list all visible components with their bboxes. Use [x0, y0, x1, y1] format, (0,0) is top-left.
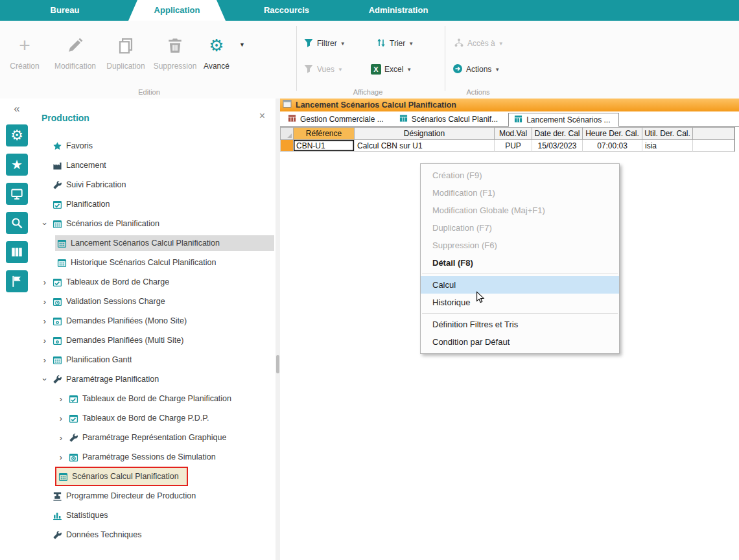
sidebar-item-tableaux-de-bord-de-charge-planification[interactable]: ›Tableaux de Bord de Charge Planificatio…: [34, 389, 274, 408]
column-header-mod-val[interactable]: Mod.Val: [494, 127, 532, 140]
menu-tab-bureau[interactable]: Bureau: [25, 0, 105, 21]
menu-tab-raccourcis[interactable]: Raccourcis: [239, 0, 334, 21]
sidebar-item-demandes-planifiees-mono-site[interactable]: ›Demandes Planifiées (Mono Site): [34, 311, 274, 331]
sidebar-item-planification-gantt[interactable]: ›Planification Gantt: [34, 350, 274, 369]
pencil-icon: [48, 31, 102, 60]
menu-item-modification-f1[interactable]: Modification (F1): [421, 184, 619, 202]
close-icon[interactable]: ×: [259, 110, 265, 122]
suppression-button[interactable]: Suppression: [152, 31, 198, 82]
sidebar-item-label: Statistiques: [66, 511, 108, 520]
menu-item-creation-f9[interactable]: Création (F9): [421, 167, 619, 184]
sidebar-item-validation-sessions-charge[interactable]: ›Validation Sessions Charge: [34, 292, 274, 311]
sidebar-item-donnees-techniques[interactable]: Données Techniques: [34, 525, 274, 544]
chevron-right-icon[interactable]: ›: [39, 336, 51, 345]
menu-tab-application[interactable]: Application: [128, 0, 226, 21]
ribbon-toolbar: + Création Modification Duplication Supp…: [0, 21, 739, 99]
cell-util-der-cal[interactable]: isia: [642, 140, 692, 152]
vues-button[interactable]: Vues ▼: [303, 62, 343, 76]
sidebar-item-programme-directeur-de-production[interactable]: Programme Directeur de Production: [34, 486, 274, 506]
sidebar-item-scenarios-calcul-planification[interactable]: Scénarios Calcul Planification: [34, 467, 274, 486]
menu-item-modification-globale-maj-f1[interactable]: Modification Globale (Maj+F1): [421, 202, 619, 219]
chevron-right-icon[interactable]: ›: [55, 433, 67, 443]
avance-button[interactable]: ⚙ Avancé ▼: [197, 31, 236, 82]
columns-icon[interactable]: [6, 241, 28, 263]
sidebar-item-scenarios-de-planification[interactable]: ›Scénarios de Planification: [34, 214, 274, 233]
menu-item-condition-par-defaut[interactable]: Condition par Défaut: [421, 333, 619, 351]
column-header-heure-der-cal[interactable]: Heure Der. Cal.: [582, 127, 642, 140]
scrollbar-thumb[interactable]: [276, 355, 279, 373]
acces-a-button[interactable]: Accès à ▼: [454, 36, 504, 51]
document-tab-lancement-scenarios[interactable]: Lancement Scénarios ...: [508, 113, 618, 127]
column-header-date-der-cal[interactable]: Date der. Cal: [532, 127, 582, 140]
monitor-icon[interactable]: [6, 183, 28, 205]
chevron-right-icon[interactable]: ›: [55, 452, 67, 462]
chevron-right-icon[interactable]: ›: [39, 277, 51, 287]
chevron-down-icon[interactable]: ›: [40, 373, 50, 385]
chevron-right-icon[interactable]: ›: [55, 394, 67, 404]
menu-item-calcul[interactable]: Calcul: [421, 276, 619, 294]
duplication-button[interactable]: Duplication: [102, 31, 149, 82]
grid-header-row: RéférenceDésignationMod.ValDate der. Cal…: [280, 127, 735, 140]
chevron-down-icon[interactable]: ▼: [239, 41, 245, 48]
creation-label: Création: [4, 62, 45, 71]
menu-item-suppression-f6[interactable]: Suppression (F6): [421, 237, 619, 254]
cell-date-der-cal[interactable]: 15/03/2023: [532, 140, 582, 152]
flag-icon[interactable]: [6, 270, 28, 292]
menu-item-detail-f8[interactable]: Détail (F8): [421, 254, 619, 272]
menu-tab-administration[interactable]: Administration: [338, 0, 458, 21]
chevron-down-icon[interactable]: ›: [40, 218, 50, 229]
trash-icon: [152, 31, 198, 60]
sidebar-item-parametrage-planification[interactable]: ›Paramétrage Planification: [34, 369, 274, 389]
group-separator: [445, 26, 445, 91]
excel-button[interactable]: X Excel ▼: [371, 62, 412, 76]
cal-grid-icon: [56, 257, 67, 268]
table-row[interactable]: CBN-U1Calcul CBN sur U1PUP15/03/202307:0…: [280, 140, 735, 152]
cal-grid-icon: [58, 471, 68, 482]
sidebar-title: Production: [41, 113, 89, 123]
star-icon: [52, 141, 62, 151]
sidebar-item-parametrage-sessions-de-simulation[interactable]: ›Paramétrage Sessions de Simulation: [34, 447, 274, 467]
sidebar-item-tableaux-de-bord-de-charge-p-d-p[interactable]: ›Tableaux de Bord de Charge P.D.P.: [34, 408, 274, 428]
column-header-designation[interactable]: Désignation: [354, 127, 494, 140]
chevron-right-icon[interactable]: ›: [39, 355, 51, 365]
menu-item-historique[interactable]: Historique: [421, 294, 619, 311]
document-tab-gestion-commerciale[interactable]: Gestion Commerciale ...: [283, 112, 392, 126]
chevron-right-icon[interactable]: ›: [55, 414, 67, 423]
chevron-right-icon[interactable]: ›: [39, 297, 51, 307]
duplication-label: Duplication: [102, 62, 149, 71]
filtrer-button[interactable]: Filtrer ▼: [303, 36, 346, 51]
sidebar-scrollbar[interactable]: [276, 99, 280, 560]
actions-button[interactable]: Actions ▼: [452, 62, 500, 76]
cell-mod-val[interactable]: PUP: [494, 140, 532, 152]
menu-item-duplication-f7[interactable]: Duplication (F7): [421, 219, 619, 237]
sidebar-item-parametrage-representation-graphique[interactable]: ›Paramétrage Représentation Graphique: [34, 428, 274, 447]
search-icon[interactable]: [6, 212, 28, 234]
sidebar-item-statistiques[interactable]: Statistiques: [34, 506, 274, 525]
sidebar-item-lancement-scenarios-calcul-planification[interactable]: Lancement Scénarios Calcul Planification: [34, 233, 274, 253]
menu-separator: [422, 313, 618, 314]
column-header-util-der-cal[interactable]: Util. Der. Cal.: [642, 127, 692, 140]
sidebar-item-historique-scenarios-calcul-planification[interactable]: Historique Scénarios Calcul Planificatio…: [34, 253, 274, 272]
modification-button[interactable]: Modification: [48, 31, 102, 82]
collapse-sidebar-button[interactable]: «: [0, 102, 34, 115]
creation-button[interactable]: + Création: [4, 31, 45, 82]
menu-item-definition-filtres-et-tris[interactable]: Définition Filtres et Tris: [421, 316, 619, 333]
cell-designation[interactable]: Calcul CBN sur U1: [354, 140, 494, 152]
cell-heure-der-cal[interactable]: 07:00:03: [582, 140, 642, 152]
cal-clock-icon: [52, 296, 62, 307]
trier-button[interactable]: Trier ▼: [376, 36, 414, 51]
document-tab-scenarios-calcul-planif[interactable]: Scénarios Calcul Planif...: [394, 112, 506, 126]
sidebar-item-suivi-fabrication[interactable]: Suivi Fabrication: [34, 175, 274, 194]
sidebar-item-tableaux-de-bord-de-charge[interactable]: ›Tableaux de Bord de Charge: [34, 272, 274, 292]
sidebar-item-favoris[interactable]: Favoris: [34, 136, 274, 156]
gear-icon[interactable]: ⚙: [6, 124, 28, 146]
star-icon[interactable]: ★: [6, 154, 28, 176]
column-header-reference[interactable]: Référence: [293, 127, 354, 140]
sidebar-item-demandes-planifiees-multi-site[interactable]: ›Demandes Planifiées (Multi Site): [34, 331, 274, 350]
select-all-cell[interactable]: [280, 127, 293, 140]
sidebar-item-planification[interactable]: Planification: [34, 194, 274, 214]
chevron-right-icon[interactable]: ›: [39, 316, 51, 326]
row-selector-cell[interactable]: [280, 140, 293, 152]
sidebar-item-lancement[interactable]: Lancement: [34, 156, 274, 175]
cell-reference[interactable]: CBN-U1: [293, 140, 354, 152]
